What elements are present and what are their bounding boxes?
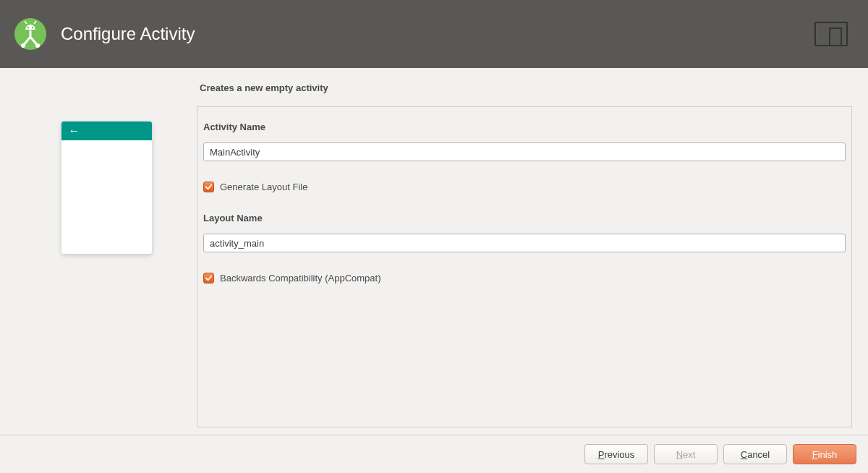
generate-layout-row: Generate Layout File xyxy=(200,182,848,192)
next-button: Next xyxy=(654,444,718,464)
layout-name-label: Layout Name xyxy=(200,213,848,223)
svg-point-6 xyxy=(35,43,40,48)
android-studio-logo-icon xyxy=(13,17,48,51)
finish-button-rest: inish xyxy=(818,449,838,460)
previous-button-rest: revious xyxy=(604,449,634,460)
activity-preview-thumbnail: ← xyxy=(61,122,152,254)
content-area: ← Creates a new empty activity Activity … xyxy=(0,68,868,435)
cancel-button[interactable]: Cancel xyxy=(723,444,787,464)
form-container: Activity Name Generate Layout File Layou… xyxy=(197,106,852,427)
previous-button[interactable]: Previous xyxy=(584,444,648,464)
preview-toolbar: ← xyxy=(61,122,152,140)
backwards-compat-label: Backwards Compatibility (AppCompat) xyxy=(220,273,381,284)
generate-layout-checkbox[interactable] xyxy=(203,182,214,192)
preview-panel: ← xyxy=(16,82,197,427)
svg-point-5 xyxy=(21,43,25,48)
page-title: Configure Activity xyxy=(61,24,195,44)
form-description: Creates a new empty activity xyxy=(197,82,852,93)
device-preview-icon xyxy=(814,22,848,46)
svg-point-2 xyxy=(32,27,33,28)
back-arrow-icon: ← xyxy=(69,125,80,137)
cancel-button-rest: ancel xyxy=(747,449,770,460)
form-panel: Creates a new empty activity Activity Na… xyxy=(197,82,852,427)
header-left: Configure Activity xyxy=(13,17,195,51)
activity-name-input[interactable] xyxy=(203,142,846,161)
wizard-header: Configure Activity xyxy=(0,0,868,68)
activity-name-label: Activity Name xyxy=(200,122,848,132)
backwards-compat-row: Backwards Compatibility (AppCompat) xyxy=(200,273,848,284)
backwards-compat-checkbox[interactable] xyxy=(203,273,214,284)
layout-name-input[interactable] xyxy=(203,234,846,252)
finish-button[interactable]: Finish xyxy=(793,444,856,464)
next-button-rest: ext xyxy=(683,449,695,460)
generate-layout-label: Generate Layout File xyxy=(220,182,307,192)
svg-point-1 xyxy=(27,27,29,28)
wizard-footer: Previous Next Cancel Finish xyxy=(0,435,868,473)
